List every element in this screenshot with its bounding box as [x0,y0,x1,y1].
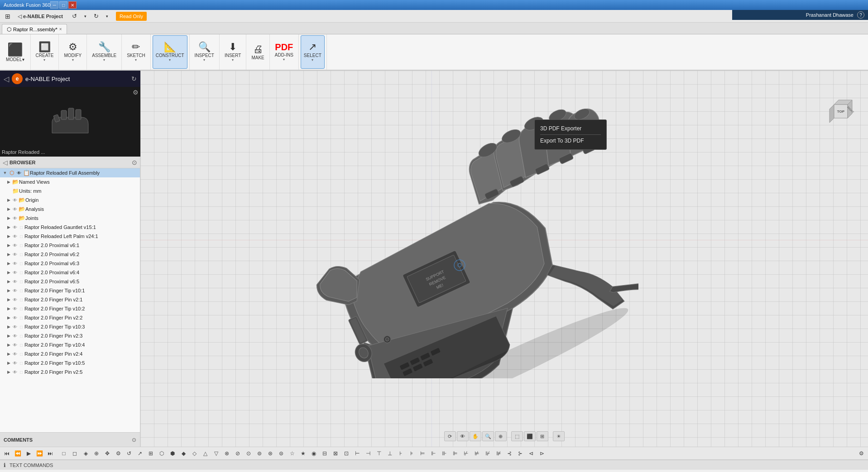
tool-2[interactable]: ◻ [70,448,80,458]
tool-43[interactable]: ⊱ [515,448,525,458]
tool-36[interactable]: ⊪ [439,448,449,458]
navigation-cube[interactable]: TOP RIGHT [827,98,854,125]
zoom-tool[interactable]: 🔍 [482,431,494,441]
tool-10[interactable]: ⬡ [157,448,167,458]
make-button[interactable]: 🖨 MAKE [248,35,267,69]
minimize-button[interactable]: ─ [50,1,58,9]
tree-root-item[interactable]: ▼ ⬡ 👁 📋 Raptor Reloaded Full Assembly [0,168,140,177]
redo-dropdown[interactable]: ▾ [103,11,111,21]
tree-item-fingerpin-3[interactable]: ▶ 👁 □ Raptor 2.0 Finger Pin v2:3 [0,331,140,340]
modify-button[interactable]: ⚙ MODIFY ▾ [61,35,85,69]
close-button[interactable]: ✕ [68,1,77,9]
maximize-button[interactable]: □ [59,1,67,9]
main-canvas[interactable]: SUPPORT REMOVE ME! [140,71,868,447]
pan-tool[interactable]: ✋ [470,431,481,441]
home-button[interactable]: ◁ e-NABLE Project [14,11,66,21]
tool-11[interactable]: ⬢ [168,448,177,458]
tree-origin[interactable]: ▶ 👁 📂 Origin [0,195,140,205]
tree-item-proximal-5[interactable]: ▶ 👁 □ Raptor 2.0 Proximal v6:5 [0,277,140,286]
tooltip-item-2[interactable]: Export To 3D PDF [540,136,601,146]
play-end[interactable]: ⏭ [45,448,55,458]
zoom-extend[interactable]: ⊕ [495,431,507,441]
tree-item-fingertip-2[interactable]: ▶ 👁 □ Raptor 2.0 Finger Tip v10:2 [0,304,140,313]
tool-3[interactable]: ◈ [81,448,91,458]
tool-35[interactable]: ⊩ [428,448,438,458]
tool-39[interactable]: ⊭ [472,448,482,458]
tree-item-proximal-3[interactable]: ▶ 👁 □ Raptor 2.0 Proximal v6:3 [0,259,140,268]
model-button[interactable]: ⬛ MODEL▾ [2,35,29,69]
tool-21[interactable]: ⊜ [276,448,286,458]
undo-button[interactable]: ↺ [69,11,80,21]
play-prev[interactable]: ⏪ [13,448,23,458]
tool-16[interactable]: ⊗ [222,448,232,458]
select-button[interactable]: ↗ SELECT ▾ [301,35,325,69]
tool-17[interactable]: ⊘ [233,448,243,458]
tool-42[interactable]: ⊰ [504,448,514,458]
tooltip-item-1[interactable]: 3D PDF Exporter [540,124,601,133]
play-start[interactable]: ⏮ [2,448,12,458]
tool-12[interactable]: ◆ [178,448,188,458]
tree-named-views[interactable]: ▶ 📂 Named Views [0,177,140,186]
tool-38[interactable]: ⊬ [461,448,471,458]
tool-18[interactable]: ⊙ [244,448,254,458]
tool-8[interactable]: ↗ [135,448,145,458]
active-tab[interactable]: ⬡ Raptor R...ssembly* × [2,24,67,34]
tool-settings[interactable]: ⚙ [856,448,866,458]
tab-close-button[interactable]: × [59,27,62,32]
construct-button[interactable]: 📐 CONSTRUCT ▾ [153,35,187,69]
undo-dropdown[interactable]: ▾ [81,11,90,21]
tool-19[interactable]: ⊚ [254,448,264,458]
tool-28[interactable]: ⊢ [352,448,362,458]
tool-13[interactable]: ◇ [189,448,199,458]
tool-1[interactable]: □ [59,448,69,458]
browser-collapse-button[interactable]: ◁ [3,159,8,166]
tool-37[interactable]: ⊫ [450,448,460,458]
environment[interactable]: ☀ [553,431,565,441]
tree-item-proximal-4[interactable]: ▶ 👁 □ Raptor 2.0 Proximal v6:4 [0,268,140,277]
tree-item-fingerpin-1[interactable]: ▶ 👁 □ Raptor 2.0 Finger Pin v2:1 [0,295,140,304]
tool-7[interactable]: ↺ [124,448,134,458]
tool-30[interactable]: ⊤ [374,448,384,458]
tool-27[interactable]: ⊡ [341,448,351,458]
browser-tree[interactable]: ▼ ⬡ 👁 📋 Raptor Reloaded Full Assembly ▶ … [0,168,140,432]
tree-joints[interactable]: ▶ 👁 📂 Joints [0,214,140,223]
grid-menu-button[interactable]: ⊞ [2,11,14,21]
redo-button[interactable]: ↻ [91,11,102,21]
tree-item-fingertip-4[interactable]: ▶ 👁 □ Raptor 2.0 Finger Tip v10:4 [0,340,140,349]
tree-units[interactable]: 📁 Units: mm [0,186,140,195]
tool-6[interactable]: ⚙ [113,448,123,458]
tool-31[interactable]: ⊥ [385,448,395,458]
tool-40[interactable]: ⊮ [483,448,493,458]
tree-item-left-palm[interactable]: ▶ 👁 □ Raptor Reloaded Left Palm v24:1 [0,232,140,241]
tool-25[interactable]: ⊟ [320,448,330,458]
tool-14[interactable]: △ [200,448,210,458]
tool-23[interactable]: ★ [298,448,308,458]
look-tool[interactable]: 👁 [457,431,469,441]
tree-item-fingertip-1[interactable]: ▶ 👁 □ Raptor 2.0 Finger Tip v10:1 [0,286,140,295]
tree-item-proximal-2[interactable]: ▶ 👁 □ Raptor 2.0 Proximal v6:2 [0,250,140,259]
play-button[interactable]: ▶ [24,448,34,458]
sketch-button[interactable]: ✏ SKETCH ▾ [124,35,149,69]
tree-item-fingerpin-5[interactable]: ▶ 👁 □ Raptor 2.0 Finger Pin v2:5 [0,367,140,377]
tree-item-fingertip-5[interactable]: ▶ 👁 □ Raptor 2.0 Finger Tip v10:5 [0,358,140,367]
tool-15[interactable]: ▽ [211,448,221,458]
grid-toggle[interactable]: ⊞ [537,431,548,441]
tool-20[interactable]: ⊛ [265,448,275,458]
tool-45[interactable]: ⊳ [537,448,547,458]
tool-4[interactable]: ⊕ [91,448,101,458]
tool-22[interactable]: ☆ [287,448,297,458]
tool-44[interactable]: ⊲ [526,448,536,458]
tree-analysis[interactable]: ▶ 👁 📂 Analysis [0,205,140,214]
insert-button[interactable]: ⬇ INSERT ▾ [221,35,245,69]
tool-33[interactable]: ⊧ [407,448,417,458]
tool-26[interactable]: ⊠ [331,448,340,458]
comments-settings-button[interactable]: ⊙ [132,437,136,443]
refresh-button[interactable]: ↻ [131,75,137,82]
visual-style[interactable]: ⬛ [524,431,536,441]
add-ins-button[interactable]: PDF ADD-INS ▾ [272,35,297,69]
orbit-tool[interactable]: ⟳ [444,431,456,441]
browser-settings-button[interactable]: ⊙ [132,159,137,166]
tree-item-gauntlet[interactable]: ▶ 👁 □ Raptor Reloaded Gauntlet v15:1 [0,223,140,232]
tree-item-fingerpin-2[interactable]: ▶ 👁 □ Raptor 2.0 Finger Pin v2:2 [0,313,140,322]
tool-24[interactable]: ◉ [309,448,319,458]
